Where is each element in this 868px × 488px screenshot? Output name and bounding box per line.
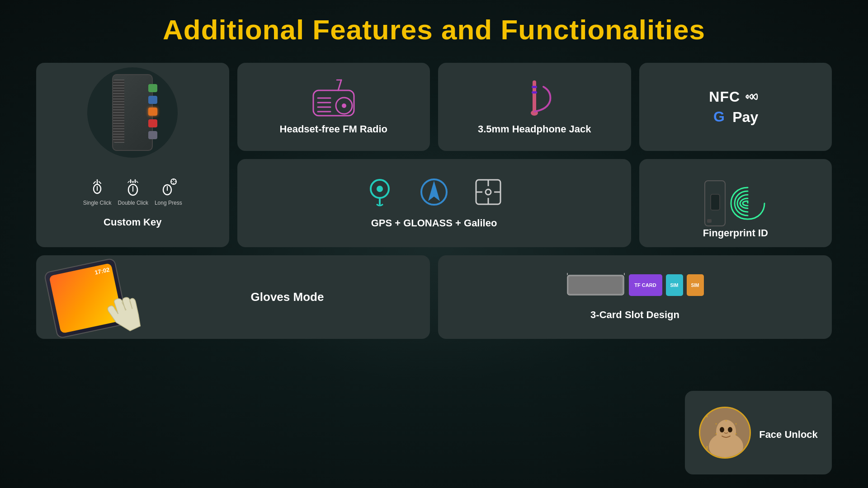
gloves-image-area: 17:02 <box>36 255 145 339</box>
card-fm-radio: Headset-free FM Radio <box>237 63 430 151</box>
single-click-label: Single Click <box>83 200 112 206</box>
slot-tray: TF CARD SIM SIM <box>566 273 704 298</box>
gps-location-icon <box>364 176 396 208</box>
svg-line-4 <box>338 80 341 90</box>
gps-label: GPS + GLONASS + Galileo <box>371 217 497 230</box>
svg-rect-31 <box>707 219 712 223</box>
fingerprint-lines-icon <box>727 183 768 224</box>
svg-point-40 <box>720 427 724 432</box>
phone-time: 17:02 <box>94 266 110 276</box>
fingerprint-label: Fingerprint ID <box>639 227 832 240</box>
svg-rect-30 <box>711 194 720 210</box>
card-gps: GPS + GLONASS + Galileo <box>237 159 631 247</box>
card-3slot: TF CARD SIM SIM 3-Card Slot Design <box>438 255 832 339</box>
svg-point-41 <box>728 427 732 432</box>
single-click-group: Single Click <box>83 179 112 206</box>
svg-rect-34 <box>569 277 622 294</box>
nfc-waves-icon <box>744 90 762 103</box>
svg-text:G: G <box>713 109 725 125</box>
card-face-unlock: Face Unlock <box>685 391 832 474</box>
card-gloves: 17:02 Gloves Mode <box>36 255 430 339</box>
long-press-group: Long Press <box>155 178 182 206</box>
btn-gray <box>148 131 157 139</box>
google-g-icon: G <box>712 109 729 125</box>
svg-marker-22 <box>428 181 440 201</box>
svg-point-19 <box>377 186 383 192</box>
btn-blue <box>148 96 157 104</box>
btn-green <box>148 84 157 92</box>
fm-radio-icon <box>309 78 359 118</box>
card-headphone: 3.5mm Headphone Jack <box>438 63 631 151</box>
svg-point-44 <box>736 423 737 425</box>
three-card-label: 3-Card Slot Design <box>590 309 679 322</box>
tf-card-label: TF CARD <box>634 282 656 288</box>
svg-rect-15 <box>532 91 537 94</box>
fingerprint-device-icon <box>703 178 727 228</box>
card-nfc: NFC G Pay <box>639 63 832 151</box>
headphone-jack-icon <box>512 78 557 118</box>
nfc-row: NFC <box>709 89 762 105</box>
svg-point-43 <box>726 420 727 422</box>
card-custom-key: Single Click Double Click Long P <box>36 63 229 247</box>
btn-orange <box>148 108 157 116</box>
click-types: Single Click Double Click Long P <box>83 178 182 206</box>
face-circle <box>699 407 751 459</box>
gloves-label: Gloves Mode <box>251 290 324 304</box>
glonass-nav-icon <box>418 176 450 208</box>
double-click-group: Double Click <box>118 179 148 206</box>
card-fingerprint: Fingerprint ID <box>639 159 832 247</box>
nfc-text: NFC <box>709 89 740 105</box>
page-title: Additional Features and Functionalities <box>163 14 705 46</box>
sim2-label: SIM <box>691 283 699 288</box>
device-image <box>87 67 178 158</box>
nfc-gpay-group: NFC G Pay <box>709 89 762 126</box>
svg-rect-14 <box>532 86 537 88</box>
tf-card: TF CARD <box>629 274 662 296</box>
headphone-label: 3.5mm Headphone Jack <box>478 123 591 136</box>
svg-point-12 <box>342 103 346 108</box>
svg-point-45 <box>736 433 737 435</box>
double-click-icon <box>125 179 141 198</box>
sim1-card: SIM <box>666 274 683 296</box>
gps-icons <box>364 176 504 208</box>
fm-radio-label: Headset-free FM Radio <box>280 123 387 136</box>
gloves-label-area: Gloves Mode <box>145 290 430 304</box>
device-speaker <box>113 80 124 143</box>
sim2-card: SIM <box>687 274 704 296</box>
btn-red <box>148 119 157 127</box>
device-buttons <box>148 84 157 139</box>
long-press-label: Long Press <box>155 200 182 206</box>
svg-point-28 <box>486 189 491 195</box>
pay-text: Pay <box>732 109 758 126</box>
face-person-svg <box>700 408 751 459</box>
double-click-label: Double Click <box>118 200 148 206</box>
device-body <box>112 74 153 151</box>
single-click-icon <box>89 179 105 198</box>
sim1-label: SIM <box>670 283 679 288</box>
svg-point-46 <box>716 433 717 435</box>
sim-tray-icon <box>566 273 625 298</box>
gpay-row: G Pay <box>712 109 758 126</box>
custom-key-label: Custom Key <box>104 216 161 229</box>
svg-point-42 <box>716 423 717 425</box>
galileo-crosshair-icon <box>472 176 504 208</box>
face-unlock-label: Face Unlock <box>759 428 818 441</box>
features-grid: Single Click Double Click Long P <box>36 63 832 339</box>
long-press-icon <box>159 178 177 198</box>
